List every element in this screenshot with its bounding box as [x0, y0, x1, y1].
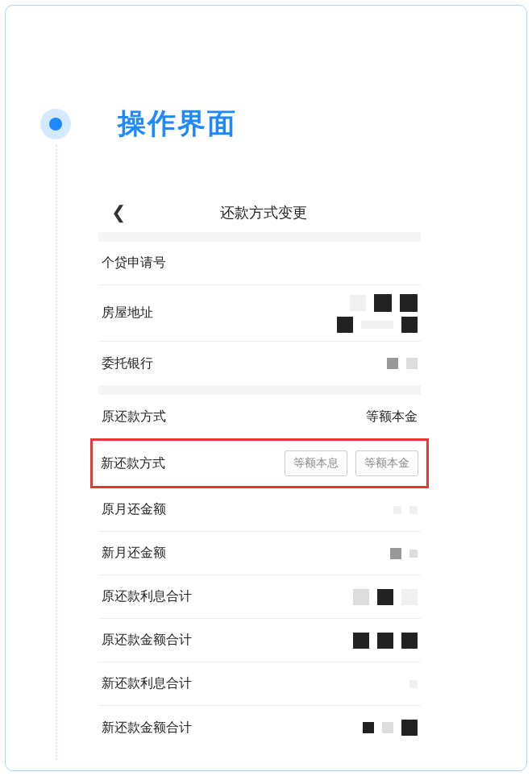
row-new-amount-total: 新还款金额合计: [98, 706, 421, 749]
label-new-amount-total: 新还款金额合计: [102, 720, 192, 737]
row-orig-amount-total: 原还款金额合计: [98, 619, 421, 662]
value-orig-interest-total-redacted: [353, 589, 418, 605]
option-equal-principal[interactable]: 等额本金: [355, 450, 418, 476]
label-loan-app: 个贷申请号: [102, 255, 166, 272]
phone-panel: ❮ 还款方式变更 个贷申请号 房屋地址 委托银行: [98, 193, 421, 749]
bullet-inner: [49, 118, 62, 131]
screen-header: ❮ 还款方式变更: [98, 193, 421, 232]
label-new-monthly: 新月还金额: [102, 545, 166, 562]
row-new-interest-total: 新还款利息合计: [98, 662, 421, 706]
row-new-method-highlight: 新还款方式 等额本息 等额本金: [90, 438, 429, 488]
row-new-monthly: 新月还金额: [98, 532, 421, 575]
row-orig-interest-total: 原还款利息合计: [98, 575, 421, 619]
label-orig-interest-total: 原还款利息合计: [102, 588, 192, 605]
new-method-options: 等额本息 等额本金: [285, 450, 418, 476]
label-new-interest-total: 新还款利息合计: [102, 675, 192, 692]
label-orig-method: 原还款方式: [102, 409, 166, 425]
divider: [98, 385, 421, 395]
label-bank: 委托银行: [102, 355, 153, 372]
value-orig-method: 等额本金: [366, 409, 418, 425]
label-orig-amount-total: 原还款金额合计: [102, 632, 192, 649]
value-new-interest-total-redacted: [409, 680, 418, 688]
screen-title: 还款方式变更: [123, 203, 405, 222]
divider: [98, 232, 421, 242]
value-bank-redacted: [387, 358, 418, 369]
value-new-amount-total-redacted: [363, 720, 418, 736]
bullet-icon: [40, 109, 71, 139]
row-orig-monthly: 原月还金额: [98, 488, 421, 532]
value-address-redacted: [337, 294, 418, 333]
option-equal-installment[interactable]: 等额本息: [285, 450, 347, 476]
section-title: 操作界面: [118, 105, 237, 143]
label-orig-monthly: 原月还金额: [102, 501, 166, 518]
row-bank: 委托银行: [98, 342, 421, 385]
label-address: 房屋地址: [102, 305, 153, 322]
value-orig-amount-total-redacted: [353, 633, 418, 649]
section-header: 操作界面: [40, 105, 237, 143]
row-address: 房屋地址: [98, 285, 421, 342]
label-new-method: 新还款方式: [101, 455, 165, 472]
row-loan-app: 个贷申请号: [98, 242, 421, 285]
row-orig-method: 原还款方式 等额本金: [98, 395, 421, 438]
value-new-monthly-redacted: [390, 548, 418, 559]
value-orig-monthly-redacted: [393, 506, 418, 514]
timeline-dotted-line: [56, 145, 57, 760]
